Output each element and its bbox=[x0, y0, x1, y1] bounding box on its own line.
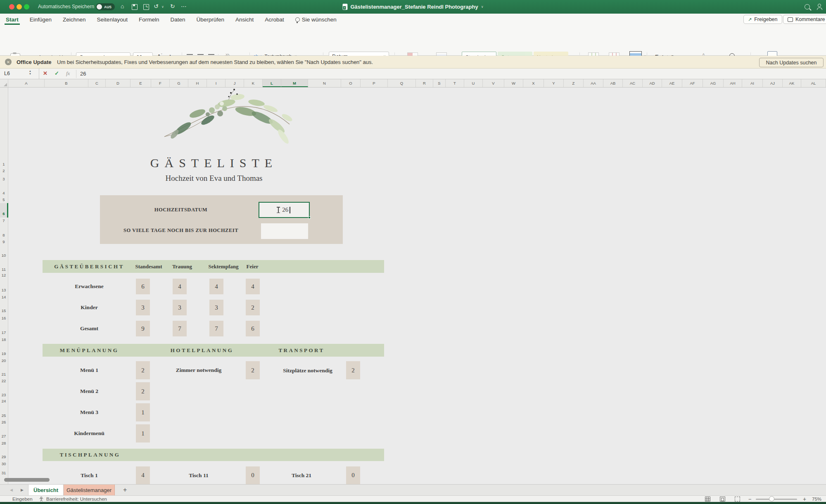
row-header-27[interactable]: 27 bbox=[0, 434, 7, 439]
column-header-AI[interactable]: AI bbox=[742, 79, 763, 87]
zoom-slider-track[interactable] bbox=[756, 499, 797, 500]
sheet-tab-uebersicht[interactable]: Übersicht bbox=[28, 485, 64, 496]
sheet-canvas[interactable] bbox=[0, 88, 826, 484]
row-header-22[interactable]: 22 bbox=[0, 379, 7, 383]
row-header-19[interactable]: 19 bbox=[0, 351, 7, 356]
column-header-U[interactable]: U bbox=[464, 79, 483, 87]
column-header-AL[interactable]: AL bbox=[801, 79, 826, 87]
cell-gesamt-feier[interactable]: 6 bbox=[246, 321, 260, 336]
name-box[interactable]: L6 bbox=[4, 71, 10, 76]
cell-kinder-trauung[interactable]: 3 bbox=[173, 300, 187, 315]
cell-erwachsene-standesamt[interactable]: 6 bbox=[136, 279, 150, 294]
column-header-R[interactable]: R bbox=[416, 79, 433, 87]
ribbon-tab[interactable]: Überprüfen bbox=[196, 17, 224, 23]
column-header-AE[interactable]: AE bbox=[662, 79, 682, 87]
check-updates-button[interactable]: Nach Updates suchen bbox=[759, 58, 824, 67]
row-header-20[interactable]: 20 bbox=[0, 358, 7, 363]
zoom-slider-thumb[interactable] bbox=[769, 496, 774, 502]
accessibility-icon[interactable] bbox=[39, 497, 44, 502]
row-header-30[interactable]: 30 bbox=[0, 461, 7, 466]
row-header-14[interactable]: 14 bbox=[0, 295, 7, 300]
row-header-4[interactable]: 4 bbox=[0, 191, 7, 196]
share-user-icon[interactable] bbox=[817, 4, 823, 9]
cell-menu2[interactable]: 2 bbox=[136, 382, 150, 400]
cell-tisch21[interactable]: 0 bbox=[346, 466, 360, 484]
zoom-window-button[interactable] bbox=[24, 4, 29, 9]
column-header-AA[interactable]: AA bbox=[584, 79, 603, 87]
row-header-29[interactable]: 29 bbox=[0, 454, 7, 459]
ribbon-tab[interactable]: Zeichnen bbox=[63, 17, 86, 23]
column-header-AK[interactable]: AK bbox=[783, 79, 801, 87]
row-header-28[interactable]: 28 bbox=[0, 441, 7, 446]
cell-gesamt-standesamt[interactable]: 9 bbox=[136, 321, 150, 336]
row-header-3[interactable]: 3 bbox=[0, 177, 7, 182]
column-header-E[interactable]: E bbox=[131, 79, 151, 87]
undo-icon[interactable]: ↺ bbox=[154, 3, 159, 9]
save-as-icon[interactable]: ✎ bbox=[143, 4, 149, 10]
column-header-O[interactable]: O bbox=[341, 79, 361, 87]
column-header-T[interactable]: T bbox=[446, 79, 464, 87]
row-header-6[interactable]: 6 bbox=[0, 211, 7, 216]
row-header-9[interactable]: 9 bbox=[0, 239, 7, 244]
column-header-AF[interactable]: AF bbox=[682, 79, 703, 87]
cell-sitzplaetze[interactable]: 2 bbox=[346, 361, 360, 379]
insert-function-icon[interactable]: fx bbox=[66, 70, 70, 77]
column-header-X[interactable]: X bbox=[523, 79, 544, 87]
horizontal-scrollbar-thumb[interactable] bbox=[4, 478, 50, 482]
column-header-AB[interactable]: AB bbox=[603, 79, 623, 87]
row-header-5[interactable]: 5 bbox=[0, 197, 7, 202]
normal-view-icon[interactable] bbox=[705, 497, 710, 502]
cell-kinder-standesamt[interactable]: 3 bbox=[136, 300, 150, 315]
ribbon-tab[interactable]: Seitenlayout bbox=[97, 17, 128, 23]
ribbon-tab[interactable]: Ansicht bbox=[235, 17, 254, 23]
column-header-Q[interactable]: Q bbox=[388, 79, 416, 87]
column-header-AG[interactable]: AG bbox=[703, 79, 724, 87]
column-header-W[interactable]: W bbox=[504, 79, 523, 87]
column-header-A[interactable]: A bbox=[8, 79, 45, 87]
row-header-15[interactable]: 15 bbox=[0, 308, 7, 313]
row-header-11[interactable]: 11 bbox=[0, 267, 7, 272]
row-header-7[interactable]: 7 bbox=[0, 218, 7, 223]
zoom-in-icon[interactable]: + bbox=[803, 496, 806, 502]
redo-icon[interactable]: ↻ bbox=[170, 3, 175, 9]
countdown-cell[interactable] bbox=[261, 223, 308, 239]
fill-handle[interactable] bbox=[308, 216, 311, 219]
column-header-C[interactable]: C bbox=[88, 79, 106, 87]
ribbon-tab[interactable]: Sie wünschen bbox=[295, 17, 337, 23]
ribbon-tab[interactable]: Daten bbox=[170, 17, 185, 23]
cell-erwachsene-trauung[interactable]: 4 bbox=[173, 279, 187, 294]
cell-erwachsene-feier[interactable]: 4 bbox=[246, 279, 260, 294]
cell-kinder-feier[interactable]: 2 bbox=[246, 300, 260, 315]
row-header-2[interactable]: 2 bbox=[0, 168, 7, 173]
ribbon-tab[interactable]: Einfügen bbox=[30, 17, 52, 23]
row-header-18[interactable]: 18 bbox=[0, 337, 7, 342]
row-header-23[interactable]: 23 bbox=[0, 393, 7, 398]
row-header-31[interactable]: 31 bbox=[0, 471, 7, 476]
row-header-12[interactable]: 12 bbox=[0, 273, 7, 278]
row-header-25[interactable]: 25 bbox=[0, 413, 7, 418]
more-commands-icon[interactable]: ⋯ bbox=[181, 3, 187, 9]
cancel-entry-icon[interactable]: ✕ bbox=[43, 70, 47, 76]
select-all-corner[interactable] bbox=[0, 79, 8, 87]
cell-kinder-sektempfang[interactable]: 3 bbox=[209, 300, 223, 315]
column-header-AD[interactable]: AD bbox=[643, 79, 662, 87]
wedding-date-cell[interactable]: 26 bbox=[259, 202, 310, 218]
sheet-tab-gaestelistemanager[interactable]: Gästelistemanager bbox=[64, 485, 115, 496]
next-sheet-icon[interactable]: ▶ bbox=[21, 488, 24, 492]
page-break-view-icon[interactable] bbox=[735, 497, 740, 502]
column-header-P[interactable]: P bbox=[361, 79, 388, 87]
ribbon-tab[interactable]: Start bbox=[6, 17, 19, 23]
confirm-entry-icon[interactable]: ✓ bbox=[55, 70, 59, 76]
cell-gesamt-sektempfang[interactable]: 7 bbox=[209, 321, 223, 336]
cell-gesamt-trauung[interactable]: 7 bbox=[173, 321, 187, 336]
comments-button[interactable]: Kommentare bbox=[783, 15, 826, 24]
column-header-N[interactable]: N bbox=[308, 79, 341, 87]
column-header-B[interactable]: B bbox=[45, 79, 88, 87]
column-header-D[interactable]: D bbox=[106, 79, 131, 87]
column-header-Z[interactable]: Z bbox=[564, 79, 584, 87]
row-header-10[interactable]: 10 bbox=[0, 253, 7, 258]
home-icon[interactable]: ⌂ bbox=[121, 3, 124, 9]
cell-tisch11[interactable]: 0 bbox=[246, 466, 260, 484]
column-header-AH[interactable]: AH bbox=[724, 79, 742, 87]
zoom-level[interactable]: 75% bbox=[812, 497, 821, 502]
